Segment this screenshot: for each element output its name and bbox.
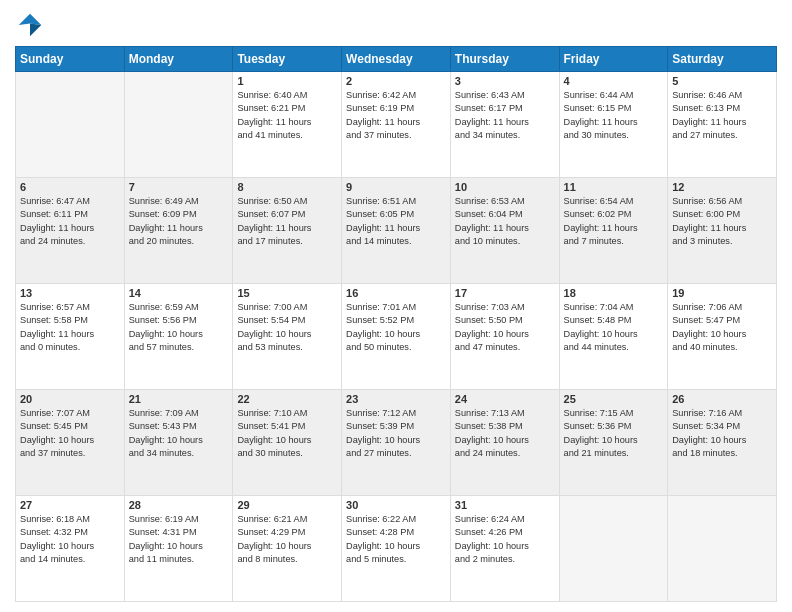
table-row [124,72,233,178]
calendar-row: 27Sunrise: 6:18 AM Sunset: 4:32 PM Dayli… [16,496,777,602]
logo [15,10,49,40]
table-row: 4Sunrise: 6:44 AM Sunset: 6:15 PM Daylig… [559,72,668,178]
page: Sunday Monday Tuesday Wednesday Thursday… [0,0,792,612]
day-number: 19 [672,287,772,299]
col-sunday: Sunday [16,47,125,72]
day-info: Sunrise: 6:24 AM Sunset: 4:26 PM Dayligh… [455,513,555,566]
day-number: 13 [20,287,120,299]
table-row: 27Sunrise: 6:18 AM Sunset: 4:32 PM Dayli… [16,496,125,602]
table-row: 14Sunrise: 6:59 AM Sunset: 5:56 PM Dayli… [124,284,233,390]
day-info: Sunrise: 6:56 AM Sunset: 6:00 PM Dayligh… [672,195,772,248]
day-info: Sunrise: 7:07 AM Sunset: 5:45 PM Dayligh… [20,407,120,460]
day-info: Sunrise: 7:13 AM Sunset: 5:38 PM Dayligh… [455,407,555,460]
day-number: 5 [672,75,772,87]
day-number: 6 [20,181,120,193]
calendar-row: 13Sunrise: 6:57 AM Sunset: 5:58 PM Dayli… [16,284,777,390]
logo-icon [15,10,45,40]
day-info: Sunrise: 7:04 AM Sunset: 5:48 PM Dayligh… [564,301,664,354]
table-row: 10Sunrise: 6:53 AM Sunset: 6:04 PM Dayli… [450,178,559,284]
day-info: Sunrise: 6:57 AM Sunset: 5:58 PM Dayligh… [20,301,120,354]
day-info: Sunrise: 7:16 AM Sunset: 5:34 PM Dayligh… [672,407,772,460]
header-row: Sunday Monday Tuesday Wednesday Thursday… [16,47,777,72]
table-row: 25Sunrise: 7:15 AM Sunset: 5:36 PM Dayli… [559,390,668,496]
day-number: 21 [129,393,229,405]
day-info: Sunrise: 6:44 AM Sunset: 6:15 PM Dayligh… [564,89,664,142]
day-number: 8 [237,181,337,193]
header [15,10,777,40]
table-row: 9Sunrise: 6:51 AM Sunset: 6:05 PM Daylig… [342,178,451,284]
table-row: 12Sunrise: 6:56 AM Sunset: 6:00 PM Dayli… [668,178,777,284]
table-row: 16Sunrise: 7:01 AM Sunset: 5:52 PM Dayli… [342,284,451,390]
col-wednesday: Wednesday [342,47,451,72]
day-info: Sunrise: 6:59 AM Sunset: 5:56 PM Dayligh… [129,301,229,354]
calendar-table: Sunday Monday Tuesday Wednesday Thursday… [15,46,777,602]
day-number: 31 [455,499,555,511]
calendar-row: 20Sunrise: 7:07 AM Sunset: 5:45 PM Dayli… [16,390,777,496]
day-number: 11 [564,181,664,193]
day-number: 7 [129,181,229,193]
day-number: 15 [237,287,337,299]
table-row: 18Sunrise: 7:04 AM Sunset: 5:48 PM Dayli… [559,284,668,390]
day-info: Sunrise: 7:12 AM Sunset: 5:39 PM Dayligh… [346,407,446,460]
day-info: Sunrise: 6:51 AM Sunset: 6:05 PM Dayligh… [346,195,446,248]
day-number: 4 [564,75,664,87]
table-row: 2Sunrise: 6:42 AM Sunset: 6:19 PM Daylig… [342,72,451,178]
day-number: 18 [564,287,664,299]
day-info: Sunrise: 7:01 AM Sunset: 5:52 PM Dayligh… [346,301,446,354]
svg-marker-0 [19,14,42,25]
table-row [16,72,125,178]
col-monday: Monday [124,47,233,72]
day-info: Sunrise: 6:42 AM Sunset: 6:19 PM Dayligh… [346,89,446,142]
day-info: Sunrise: 7:00 AM Sunset: 5:54 PM Dayligh… [237,301,337,354]
table-row: 15Sunrise: 7:00 AM Sunset: 5:54 PM Dayli… [233,284,342,390]
day-info: Sunrise: 7:03 AM Sunset: 5:50 PM Dayligh… [455,301,555,354]
day-number: 22 [237,393,337,405]
day-info: Sunrise: 7:09 AM Sunset: 5:43 PM Dayligh… [129,407,229,460]
table-row: 30Sunrise: 6:22 AM Sunset: 4:28 PM Dayli… [342,496,451,602]
day-info: Sunrise: 6:46 AM Sunset: 6:13 PM Dayligh… [672,89,772,142]
day-number: 28 [129,499,229,511]
day-number: 17 [455,287,555,299]
day-number: 24 [455,393,555,405]
table-row: 20Sunrise: 7:07 AM Sunset: 5:45 PM Dayli… [16,390,125,496]
day-info: Sunrise: 7:06 AM Sunset: 5:47 PM Dayligh… [672,301,772,354]
day-number: 29 [237,499,337,511]
table-row: 8Sunrise: 6:50 AM Sunset: 6:07 PM Daylig… [233,178,342,284]
day-number: 12 [672,181,772,193]
table-row: 23Sunrise: 7:12 AM Sunset: 5:39 PM Dayli… [342,390,451,496]
day-number: 26 [672,393,772,405]
day-number: 27 [20,499,120,511]
table-row: 19Sunrise: 7:06 AM Sunset: 5:47 PM Dayli… [668,284,777,390]
calendar-row: 6Sunrise: 6:47 AM Sunset: 6:11 PM Daylig… [16,178,777,284]
day-info: Sunrise: 6:50 AM Sunset: 6:07 PM Dayligh… [237,195,337,248]
table-row: 31Sunrise: 6:24 AM Sunset: 4:26 PM Dayli… [450,496,559,602]
col-thursday: Thursday [450,47,559,72]
day-info: Sunrise: 7:15 AM Sunset: 5:36 PM Dayligh… [564,407,664,460]
day-info: Sunrise: 6:49 AM Sunset: 6:09 PM Dayligh… [129,195,229,248]
day-info: Sunrise: 6:19 AM Sunset: 4:31 PM Dayligh… [129,513,229,566]
table-row: 28Sunrise: 6:19 AM Sunset: 4:31 PM Dayli… [124,496,233,602]
col-friday: Friday [559,47,668,72]
table-row: 11Sunrise: 6:54 AM Sunset: 6:02 PM Dayli… [559,178,668,284]
table-row: 24Sunrise: 7:13 AM Sunset: 5:38 PM Dayli… [450,390,559,496]
table-row: 13Sunrise: 6:57 AM Sunset: 5:58 PM Dayli… [16,284,125,390]
day-number: 20 [20,393,120,405]
day-number: 16 [346,287,446,299]
svg-marker-1 [30,24,41,37]
day-number: 10 [455,181,555,193]
table-row: 21Sunrise: 7:09 AM Sunset: 5:43 PM Dayli… [124,390,233,496]
table-row: 22Sunrise: 7:10 AM Sunset: 5:41 PM Dayli… [233,390,342,496]
day-number: 2 [346,75,446,87]
day-number: 25 [564,393,664,405]
table-row: 1Sunrise: 6:40 AM Sunset: 6:21 PM Daylig… [233,72,342,178]
table-row: 5Sunrise: 6:46 AM Sunset: 6:13 PM Daylig… [668,72,777,178]
table-row [668,496,777,602]
day-info: Sunrise: 6:18 AM Sunset: 4:32 PM Dayligh… [20,513,120,566]
day-info: Sunrise: 6:22 AM Sunset: 4:28 PM Dayligh… [346,513,446,566]
table-row: 7Sunrise: 6:49 AM Sunset: 6:09 PM Daylig… [124,178,233,284]
day-info: Sunrise: 6:47 AM Sunset: 6:11 PM Dayligh… [20,195,120,248]
day-number: 14 [129,287,229,299]
table-row: 17Sunrise: 7:03 AM Sunset: 5:50 PM Dayli… [450,284,559,390]
day-number: 9 [346,181,446,193]
day-info: Sunrise: 6:21 AM Sunset: 4:29 PM Dayligh… [237,513,337,566]
